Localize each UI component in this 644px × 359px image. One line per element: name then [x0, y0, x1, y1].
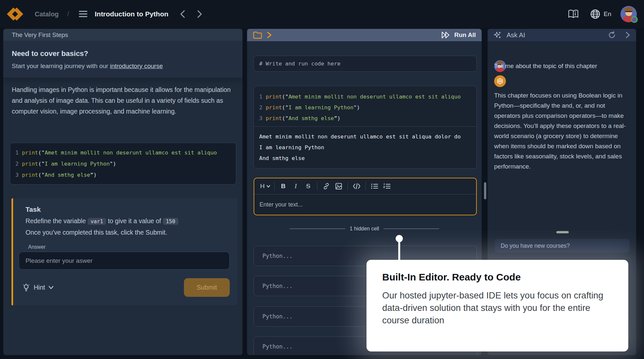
language-label[interactable]: En: [604, 10, 611, 18]
task-title: Task: [26, 206, 41, 213]
hint-toggle[interactable]: Hint: [22, 283, 54, 292]
value-code-chip: 150: [163, 218, 178, 225]
lesson-header: The Very First Steps: [3, 29, 242, 41]
collapse-panel-icon[interactable]: [625, 31, 630, 39]
task-card: Task Redefine the variable var1 to give …: [11, 198, 238, 305]
output-line: Amet minim mollit non deserunt ullamco e…: [259, 131, 471, 142]
task-instruction-line1: Redefine the variable var1 to give it a …: [26, 217, 178, 225]
intro-text-pre: Start your learning journey with our: [12, 63, 110, 69]
ai-response: This chapter focuses on using Boolean lo…: [494, 90, 632, 171]
run-all-button[interactable]: Run All: [441, 31, 476, 39]
strikethrough-button[interactable]: S: [303, 181, 313, 191]
divider-line: [290, 228, 345, 229]
intro-text: Start your learning journey with our int…: [12, 63, 234, 70]
cell-code[interactable]: 1 print("Amet minim mollit non deserunt …: [254, 86, 476, 127]
prev-chapter-icon[interactable]: [180, 10, 186, 18]
tooltip-body: Our hosted jupyter-based IDE lets you fo…: [382, 289, 613, 327]
toolbar-divider: [348, 182, 348, 190]
collapsed-cell-label: Python...: [262, 283, 293, 289]
bullet-list-icon[interactable]: [370, 181, 380, 191]
folder-icon[interactable]: [253, 31, 262, 39]
toolbar-divider: [274, 182, 275, 190]
top-bar: Catalog / Introduction to Python: [0, 0, 644, 28]
toolbar-divider: [317, 182, 317, 190]
hint-bulb-icon: [22, 283, 30, 292]
run-all-label: Run All: [454, 31, 476, 39]
collapse-chevron-icon[interactable]: [267, 31, 272, 39]
bold-button[interactable]: B: [278, 181, 288, 191]
ai-assistant-avatar: [494, 75, 506, 87]
heading-label: H: [260, 183, 265, 190]
divider-line: [384, 228, 439, 229]
user-avatar[interactable]: [620, 6, 637, 22]
code-line: 1 print("Amet minim mollit non deserunt …: [15, 147, 231, 158]
rich-text-input[interactable]: Enter your text...: [254, 194, 476, 215]
numbered-list-icon[interactable]: [382, 181, 392, 191]
tooltip-title: Built-In Editor. Ready to Code: [382, 272, 613, 283]
run-all-icon: [441, 31, 451, 39]
answer-input[interactable]: Please enter your aswer: [19, 252, 230, 270]
code-line: 2 print("I am learning Python"): [259, 102, 471, 113]
handbook-icon[interactable]: [568, 9, 579, 19]
feature-tooltip: Built-In Editor. Ready to Code Our hoste…: [367, 260, 628, 351]
introductory-course-link[interactable]: introductory course: [110, 63, 163, 69]
task-text: Redefine the variable: [26, 217, 88, 224]
rich-text-toolbar: H B I S: [254, 178, 476, 194]
resize-handle[interactable]: [556, 231, 569, 233]
breadcrumb-catalog[interactable]: Catalog: [35, 10, 59, 18]
output-line: And smthg else: [259, 153, 471, 164]
collapsed-cell-label: Python...: [262, 253, 293, 259]
scratch-code-cell[interactable]: # Write and run code here: [254, 56, 477, 72]
collapsed-cell-label: Python...: [262, 313, 293, 320]
chevron-down-icon: [48, 286, 54, 290]
intro-callout: Need to cover basics? Start your learnin…: [3, 41, 242, 78]
ask-ai-header: Ask AI: [488, 29, 636, 41]
code-line: 3 print("And smthg else”): [259, 113, 471, 124]
collapsed-cell-label: Python...: [262, 343, 293, 350]
breadcrumb-separator: /: [67, 10, 69, 18]
sparkles-icon: [493, 31, 502, 39]
lesson-title: The Very First Steps: [12, 31, 68, 39]
code-cell-with-output[interactable]: 1 print("Amet minim mollit non deserunt …: [254, 86, 477, 169]
lesson-panel: The Very First Steps Need to cover basic…: [3, 29, 242, 355]
code-line: 2 print("I am learning Python"): [15, 158, 231, 170]
hint-label: Hint: [34, 284, 45, 291]
avatar-badge: [631, 16, 638, 23]
toolbar-divider: [366, 182, 366, 190]
chapter-list-icon[interactable]: [78, 10, 88, 18]
heading-button[interactable]: H: [260, 181, 270, 191]
intro-title: Need to cover basics?: [12, 49, 234, 58]
answer-placeholder: Please enter your aswer: [26, 257, 93, 264]
output-line: I am learning Python: [259, 142, 471, 153]
callout-stem: [398, 241, 400, 261]
task-text: to give it a value of: [108, 217, 163, 224]
callout-anchor-dot: [396, 235, 403, 242]
chevron-down-icon: [266, 185, 270, 188]
brand-logo-icon[interactable]: [7, 7, 24, 21]
task-footer: Hint Submit: [19, 278, 230, 297]
image-icon[interactable]: [334, 181, 344, 191]
language-globe-icon[interactable]: [590, 9, 600, 19]
lesson-paragraph: Handling images in Python is important b…: [12, 84, 238, 117]
link-icon[interactable]: [321, 181, 331, 191]
scratch-comment: # Write and run code here: [259, 61, 340, 67]
next-chapter-icon[interactable]: [197, 10, 203, 18]
suggested-question-chip[interactable]: Do you have new courses?: [495, 239, 630, 253]
hidden-cell-label: 1 hidden cell: [350, 226, 379, 232]
rich-text-placeholder: Enter your text...: [259, 201, 303, 208]
user-message: Tell me about the topic of this chapter: [494, 63, 597, 70]
submit-button[interactable]: Submit: [184, 278, 230, 297]
vertical-scrollbar[interactable]: [484, 182, 486, 199]
code-line: 1 print("Amet minim mollit non deserunt …: [259, 91, 471, 102]
var1-code-chip: var1: [88, 218, 106, 225]
suggestion-label: Do you have new courses?: [501, 242, 570, 249]
course-title: Introduction to Python: [95, 10, 168, 18]
reset-chat-icon[interactable]: [608, 31, 616, 39]
hidden-cell-toggle[interactable]: 1 hidden cell: [247, 225, 482, 232]
italic-button[interactable]: I: [291, 181, 301, 191]
code-line: 3 print("And smthg else”): [15, 170, 231, 181]
ask-ai-title: Ask AI: [507, 31, 525, 39]
ide-header: Run All: [247, 29, 482, 41]
code-icon[interactable]: [352, 181, 362, 191]
task-instruction-line2: Once you've completed this task, click t…: [26, 229, 167, 236]
